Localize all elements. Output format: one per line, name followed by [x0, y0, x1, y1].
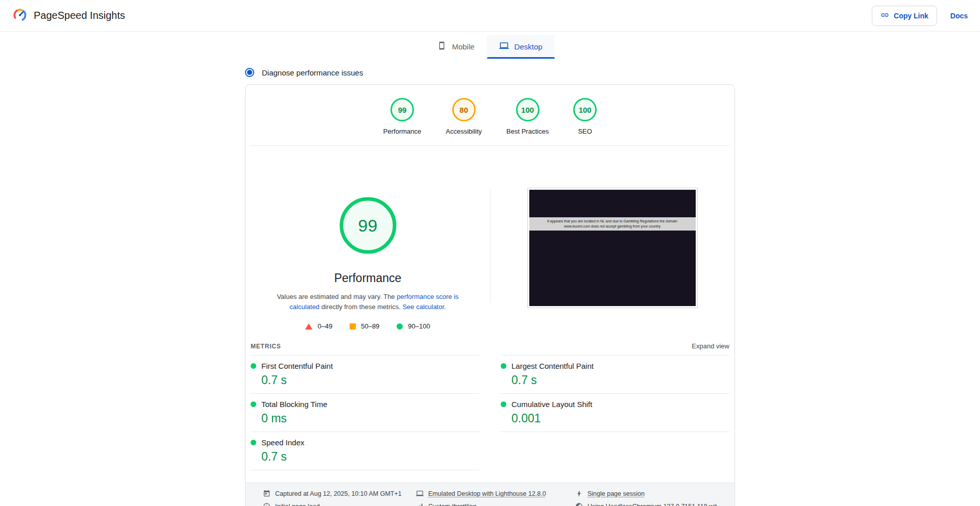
- brand[interactable]: PageSpeed Insights: [12, 7, 125, 24]
- score-performance[interactable]: 99 Performance: [383, 98, 421, 135]
- metric-name: Cumulative Layout Shift: [511, 400, 592, 409]
- metric-largest-contentful-paint: Largest Contentful Paint 0.7 s: [501, 355, 729, 393]
- metric-name: Total Blocking Time: [261, 400, 327, 409]
- desktop-icon: [499, 41, 509, 52]
- score-best-practices[interactable]: 100 Best Practices: [506, 98, 549, 135]
- metric-name: Largest Contentful Paint: [511, 362, 594, 370]
- gauge-title: Performance: [334, 271, 402, 285]
- app-header: PageSpeed Insights Copy Link Docs: [0, 0, 980, 32]
- pagespeed-logo-icon: [12, 7, 28, 24]
- score-seo-value: 100: [573, 98, 597, 121]
- score-best-practices-value: 100: [516, 98, 540, 121]
- disclaimer-text: Values are estimated and may vary. The: [277, 293, 397, 300]
- legend-fail: 0–49: [305, 322, 332, 330]
- metric-value: 0.7 s: [261, 373, 479, 387]
- metrics-right-column: Largest Contentful Paint 0.7 s Cumulativ…: [501, 355, 729, 470]
- session-type[interactable]: Single page session: [575, 490, 717, 497]
- score-performance-label: Performance: [383, 128, 421, 135]
- score-disclaimer: Values are estimated and may vary. The p…: [271, 292, 465, 312]
- disclaimer-text-2: directly from these metrics.: [320, 303, 403, 311]
- session-type-text: Single page session: [587, 490, 645, 497]
- metric-value: 0.7 s: [261, 450, 479, 464]
- performance-gauge: 99: [337, 195, 399, 256]
- metric-name: Speed Index: [261, 438, 304, 447]
- device-tabs: Mobile Desktop: [0, 35, 980, 59]
- globe-icon: [575, 502, 583, 506]
- throttling[interactable]: Custom throttling: [416, 502, 575, 506]
- diagnose-radio[interactable]: [245, 68, 254, 77]
- metrics-left-column: First Contentful Paint 0.7 s Total Block…: [251, 355, 479, 470]
- metric-first-contentful-paint: First Contentful Paint 0.7 s: [251, 355, 479, 393]
- metric-value: 0.7 s: [511, 373, 729, 387]
- average-square-icon: [350, 323, 356, 330]
- metric-pass-icon: [251, 440, 256, 445]
- page-screenshot-thumbnail[interactable]: It appears that you are located in NL an…: [527, 188, 698, 308]
- header-actions: Copy Link Docs: [872, 6, 968, 26]
- tab-mobile[interactable]: Mobile: [425, 35, 486, 59]
- screenshot-message-band: It appears that you are located in NL an…: [529, 217, 696, 231]
- report-card: 99 Performance 80 Accessibility 100 Best…: [245, 84, 735, 506]
- score-summary: 99 Performance 80 Accessibility 100 Best…: [246, 85, 734, 145]
- metric-total-blocking-time: Total Blocking Time 0 ms: [251, 393, 479, 432]
- legend-pass-range: 90–100: [408, 322, 430, 330]
- metric-value: 0 ms: [261, 412, 479, 425]
- legend-fail-range: 0–49: [317, 322, 332, 330]
- score-accessibility[interactable]: 80 Accessibility: [446, 98, 482, 135]
- browser-version[interactable]: Using HeadlessChromium 137.0.7151.119 wi…: [575, 502, 717, 506]
- initial-page-load-text: Initial page load: [275, 503, 320, 506]
- screenshot-message: It appears that you are located in NL an…: [537, 219, 688, 230]
- throttling-text: Custom throttling: [428, 503, 476, 506]
- metric-cumulative-layout-shift: Cumulative Layout Shift 0.001: [501, 393, 729, 432]
- emulated-device[interactable]: Emulated Desktop with Lighthouse 12.8.0: [416, 490, 575, 497]
- docs-link[interactable]: Docs: [950, 12, 968, 20]
- diagnose-row: Diagnose performance issues: [245, 68, 735, 77]
- score-accessibility-label: Accessibility: [446, 128, 482, 135]
- metric-speed-index: Speed Index 0.7 s: [251, 432, 479, 470]
- score-seo[interactable]: 100 SEO: [573, 98, 597, 135]
- emulated-device-text: Emulated Desktop with Lighthouse 12.8.0: [428, 490, 546, 497]
- metrics-heading: METRICS: [251, 343, 281, 350]
- tab-desktop[interactable]: Desktop: [487, 35, 555, 59]
- bolt-icon: [575, 490, 583, 497]
- score-accessibility-value: 80: [452, 98, 476, 121]
- metric-pass-icon: [501, 401, 506, 407]
- calendar-icon: [263, 490, 271, 497]
- pass-circle-icon: [397, 323, 403, 330]
- captured-at-text: Captured at Aug 12, 2025, 10:10 AM GMT+1: [275, 490, 402, 497]
- copy-link-button[interactable]: Copy Link: [872, 6, 937, 26]
- link-icon: [880, 11, 889, 21]
- report-metadata-footer: Captured at Aug 12, 2025, 10:10 AM GMT+1…: [246, 483, 734, 506]
- laptop-icon: [416, 490, 424, 497]
- tab-mobile-label: Mobile: [452, 42, 474, 51]
- performance-panel: 99 Performance Values are estimated and …: [246, 146, 734, 335]
- browser-version-text: Using HeadlessChromium 137.0.7151.119 wi…: [587, 503, 717, 506]
- gauge-score: 99: [337, 195, 399, 256]
- page-screenshot: It appears that you are located in NL an…: [529, 190, 696, 306]
- smartphone-icon: [437, 41, 446, 52]
- metric-name: First Contentful Paint: [261, 362, 333, 370]
- metric-value: 0.001: [511, 412, 729, 425]
- app-title: PageSpeed Insights: [34, 10, 125, 21]
- expand-view-button[interactable]: Expand view: [692, 342, 729, 350]
- legend-pass: 90–100: [397, 322, 430, 330]
- fail-triangle-icon: [305, 323, 312, 330]
- screenshot-section: It appears that you are located in NL an…: [490, 146, 734, 330]
- signal-bars-icon: [416, 502, 424, 506]
- legend-average: 50–89: [350, 322, 379, 330]
- metric-pass-icon: [501, 363, 506, 369]
- score-performance-value: 99: [390, 98, 414, 121]
- diagnose-label: Diagnose performance issues: [262, 68, 363, 77]
- clock-icon: [263, 502, 271, 506]
- tab-desktop-label: Desktop: [514, 42, 543, 51]
- score-seo-label: SEO: [578, 128, 592, 135]
- see-calculator-link[interactable]: See calculator.: [402, 303, 446, 311]
- metric-pass-icon: [251, 363, 256, 369]
- initial-page-load: Initial page load: [263, 502, 416, 506]
- score-best-practices-label: Best Practices: [506, 128, 549, 135]
- gauge-section: 99 Performance Values are estimated and …: [246, 146, 490, 330]
- copy-link-label: Copy Link: [894, 12, 928, 20]
- score-legend: 0–49 50–89 90–100: [305, 322, 430, 330]
- captured-at: Captured at Aug 12, 2025, 10:10 AM GMT+1: [263, 490, 416, 497]
- legend-average-range: 50–89: [361, 322, 379, 330]
- metrics-grid: First Contentful Paint 0.7 s Total Block…: [246, 355, 734, 483]
